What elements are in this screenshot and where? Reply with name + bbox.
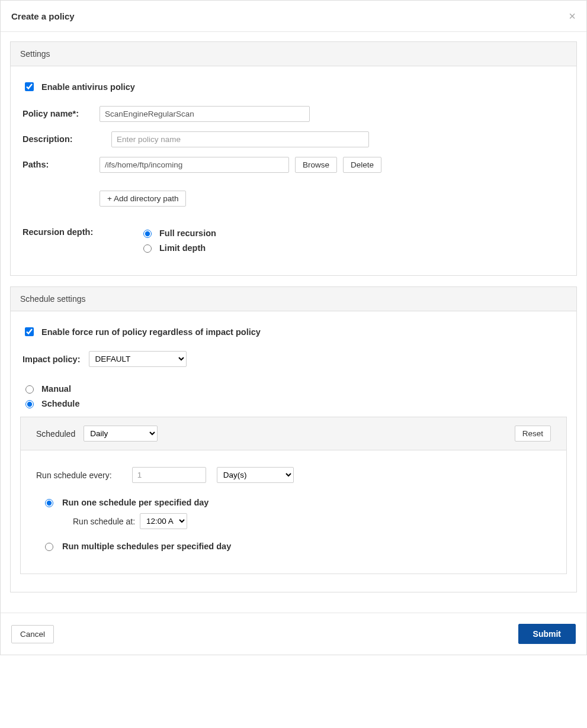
mode-manual-item: Manual [23,384,564,394]
mode-manual-label: Manual [41,384,71,394]
policy-name-input[interactable] [100,106,310,122]
schedule-heading: Schedule settings [11,287,576,311]
description-label: Description: [23,131,100,144]
run-at-row: Run schedule at: 12:00 AM [73,513,551,529]
settings-heading: Settings [11,42,576,66]
schedule-body: Enable force run of policy regardless of… [11,311,576,592]
run-every-row: Run schedule every: Day(s) [36,467,551,483]
schedule-mode-group: Manual Schedule [23,384,564,408]
force-run-row: Enable force run of policy regardless of… [23,326,564,338]
run-at-label: Run schedule at: [73,517,135,526]
force-run-checkbox[interactable] [25,327,34,336]
submit-button[interactable]: Submit [518,624,576,644]
recursion-full-label: Full recursion [159,228,216,238]
schedule-box: Scheduled Daily Reset Run schedule every… [20,417,567,574]
description-input[interactable] [111,131,369,147]
run-one-radio[interactable] [45,499,53,507]
recursion-row: Recursion depth: Full recursion Limit de… [23,224,564,257]
run-one-label: Run one schedule per specified day [62,498,209,507]
impact-policy-select[interactable]: DEFAULT [89,351,187,367]
recursion-limit-label: Limit depth [159,243,206,253]
paths-label: Paths: [23,157,100,169]
cancel-button[interactable]: Cancel [11,625,54,643]
add-directory-path-button[interactable]: + Add directory path [100,191,186,207]
policy-name-row: Policy name*: [23,106,564,122]
recursion-full-radio[interactable] [143,230,152,238]
mode-schedule-item: Schedule [23,398,564,408]
recursion-full-item: Full recursion [140,228,564,238]
recursion-limit-item: Limit depth [140,243,564,253]
paths-row: Paths: Browse Delete [23,157,564,173]
scheduled-select[interactable]: Daily [84,426,158,442]
schedule-box-body: Run schedule every: Day(s) Run one sched… [21,450,566,574]
run-multi-label: Run multiple schedules per specified day [62,542,231,551]
delete-path-button[interactable]: Delete [343,157,381,173]
run-at-select[interactable]: 12:00 AM [140,513,187,529]
run-every-input[interactable] [132,467,206,483]
reset-button[interactable]: Reset [515,426,551,442]
schedule-panel: Schedule settings Enable force run of po… [10,286,577,592]
modal-header: Create a policy × [1,1,586,32]
force-run-label: Enable force run of policy regardless of… [41,327,261,337]
impact-policy-label: Impact policy: [23,355,81,364]
description-row: Description: [23,131,564,147]
recursion-label: Recursion depth: [23,224,120,237]
recursion-limit-radio[interactable] [143,244,152,253]
run-every-unit-select[interactable]: Day(s) [217,467,294,483]
scheduled-label: Scheduled [36,429,75,439]
enable-antivirus-label: Enable antivirus policy [41,82,135,92]
mode-schedule-radio[interactable] [25,400,34,408]
modal-body: Settings Enable antivirus policy Policy … [1,32,586,613]
run-every-label: Run schedule every: [36,471,112,480]
schedule-box-head: Scheduled Daily Reset [21,417,566,450]
close-icon[interactable]: × [569,10,576,22]
modal-title: Create a policy [11,11,75,21]
settings-panel: Settings Enable antivirus policy Policy … [10,41,577,276]
mode-schedule-label: Schedule [41,399,79,408]
enable-antivirus-row: Enable antivirus policy [23,80,564,93]
run-multi-item: Run multiple schedules per specified day [42,541,551,551]
mode-manual-radio[interactable] [25,385,34,394]
path-input[interactable] [100,157,289,173]
enable-antivirus-checkbox[interactable] [25,82,34,91]
run-multi-radio[interactable] [45,543,53,551]
run-one-item: Run one schedule per specified day [42,497,551,507]
impact-policy-row: Impact policy: DEFAULT [23,351,564,367]
add-path-row: + Add directory path [100,191,564,207]
policy-name-label: Policy name*: [23,106,100,118]
browse-button[interactable]: Browse [295,157,337,173]
create-policy-modal: Create a policy × Settings Enable antivi… [0,0,587,655]
settings-body: Enable antivirus policy Policy name*: De… [11,66,576,275]
modal-footer: Cancel Submit [1,613,586,655]
